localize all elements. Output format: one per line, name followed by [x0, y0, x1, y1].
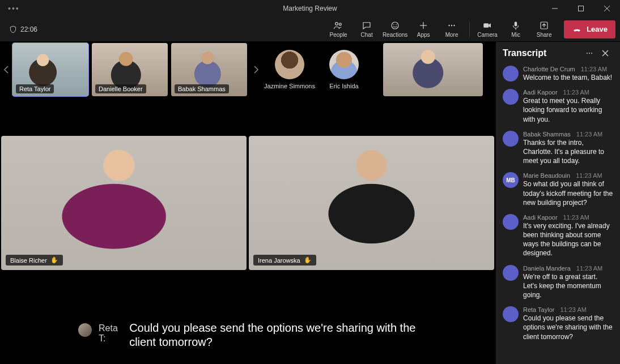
message-time: 11:23 AM — [563, 89, 589, 96]
apps-button[interactable]: Apps — [409, 17, 438, 42]
divider — [469, 22, 470, 37]
toolbar-media: Camera Mic Share — [473, 17, 558, 42]
reactions-icon — [390, 20, 400, 31]
message-time: 11:23 AM — [560, 306, 586, 313]
speaker-tile[interactable]: Irena Jarowska✋ — [249, 136, 494, 270]
message-author: Reta Taylor — [523, 306, 554, 313]
mic-button[interactable]: Mic — [502, 17, 530, 42]
participant-name: Danielle Booker — [95, 84, 146, 93]
participant-name: Eric Ishida — [319, 83, 370, 89]
raised-hand-icon: ✋ — [304, 256, 312, 264]
participant-roster: Reta Taylor Danielle Booker Babak Shamma… — [0, 42, 495, 97]
message-text: Great to meet you. Really looking forwar… — [523, 96, 613, 124]
message-time: 11:23 AM — [581, 66, 607, 72]
minimize-button[interactable] — [542, 0, 568, 17]
roster-avatar-card[interactable]: Jazmine Simmons — [264, 50, 315, 89]
transcript-message: Aadi Kapoor11:23 AMIt's very exciting. I… — [503, 214, 613, 258]
plus-icon — [418, 20, 428, 31]
avatar — [503, 214, 519, 230]
roster-card[interactable]: Reta Taylor — [12, 43, 88, 96]
message-author: Aadi Kapoor — [523, 214, 558, 221]
transcript-messages[interactable]: Charlotte De Crum11:23 AMWelcome to the … — [496, 65, 620, 364]
people-icon — [333, 20, 343, 31]
message-time: 11:23 AM — [576, 172, 602, 179]
share-button[interactable]: Share — [530, 17, 558, 42]
avatar — [275, 50, 304, 79]
leave-button[interactable]: Leave — [564, 20, 615, 38]
svg-rect-15 — [515, 22, 517, 26]
svg-point-13 — [453, 25, 455, 26]
toolbar-actions: People Chat Reactions Apps More — [324, 17, 466, 42]
share-icon — [539, 20, 549, 31]
participant-name: Jazmine Simmons — [264, 83, 315, 89]
svg-point-18 — [587, 53, 588, 54]
roster-card[interactable]: Babak Shammas — [171, 43, 247, 96]
message-text: Thanks for the intro, Charlotte. It's a … — [523, 138, 613, 166]
caption-text: Could you please send the options we're … — [129, 321, 441, 349]
close-button[interactable] — [594, 0, 620, 17]
transcript-panel: Transcript Charlotte De Crum11:23 AMWelc… — [495, 42, 620, 364]
people-button[interactable]: People — [324, 17, 353, 42]
window-menu-icon[interactable]: ••• — [8, 4, 20, 13]
message-text: We're off to a great start. Let's keep t… — [523, 272, 613, 300]
caption-speaker-name: Reta T: — [99, 323, 122, 344]
toolbar: 22:06 People Chat Reactions Apps More Ca… — [0, 17, 620, 42]
avatar — [503, 66, 519, 82]
camera-icon — [482, 20, 492, 31]
avatar: MB — [503, 172, 519, 188]
raised-hand-icon: ✋ — [50, 256, 58, 264]
roster-scroll-left[interactable] — [2, 61, 11, 78]
message-author: Babak Shammas — [523, 131, 571, 138]
camera-button[interactable]: Camera — [473, 17, 502, 42]
panel-more-button[interactable] — [581, 45, 597, 61]
message-time: 11:23 AM — [576, 265, 602, 272]
message-author: Charlotte De Crum — [523, 66, 575, 72]
avatar — [78, 323, 92, 337]
transcript-message: Daniela Mandera11:23 AMWe're off to a gr… — [503, 265, 613, 300]
message-author: Marie Beaudouin — [523, 172, 570, 179]
roster-scroll-right[interactable] — [252, 61, 261, 78]
speaker-row: Blaise Richer✋ Irena Jarowska✋ — [0, 97, 495, 270]
avatar — [503, 265, 519, 281]
message-text: So what did you all think of today's kic… — [523, 179, 613, 207]
transcript-message: MBMarie Beaudouin11:23 AMSo what did you… — [503, 172, 613, 207]
maximize-button[interactable] — [568, 0, 594, 17]
panel-title: Transcript — [503, 48, 546, 58]
svg-point-5 — [339, 23, 342, 25]
svg-point-20 — [591, 53, 592, 54]
transcript-message: Aadi Kapoor11:23 AMGreat to meet you. Re… — [503, 89, 613, 124]
timer-text: 22:06 — [20, 25, 37, 33]
speaker-tile[interactable]: Blaise Richer✋ — [1, 136, 247, 270]
svg-point-12 — [451, 25, 452, 26]
transcript-message: Babak Shammas11:23 AMThanks for the intr… — [503, 131, 613, 166]
roster-card[interactable]: Danielle Booker — [92, 43, 168, 96]
more-button[interactable]: More — [438, 17, 466, 42]
speaker-label: Blaise Richer✋ — [6, 255, 63, 265]
svg-rect-14 — [483, 23, 489, 28]
avatar — [503, 89, 519, 105]
avatar — [503, 131, 519, 147]
svg-rect-1 — [579, 6, 584, 11]
more-icon — [447, 20, 457, 31]
message-text: It's very exciting. I've already been th… — [523, 221, 613, 258]
chat-button[interactable]: Chat — [353, 17, 381, 42]
message-time: 11:23 AM — [576, 131, 602, 138]
reactions-button[interactable]: Reactions — [381, 17, 409, 42]
panel-close-button[interactable] — [597, 45, 613, 61]
live-caption: Reta T: Could you please send the option… — [78, 321, 441, 349]
message-time: 11:23 AM — [563, 214, 589, 221]
participant-name: Babak Shammas — [175, 84, 229, 93]
svg-point-4 — [336, 23, 338, 25]
chat-icon — [362, 20, 372, 31]
roster-avatar-card[interactable]: Eric Ishida — [319, 50, 370, 89]
participant-name: Reta Taylor — [16, 84, 54, 93]
svg-point-11 — [448, 25, 449, 26]
speaker-label: Irena Jarowska✋ — [253, 255, 316, 265]
svg-point-19 — [589, 53, 590, 54]
avatar — [329, 50, 359, 79]
avatar — [503, 306, 519, 322]
roster-card[interactable] — [383, 43, 483, 96]
meeting-timer: 22:06 — [9, 25, 37, 33]
message-text: Could you please send the options we're … — [523, 314, 613, 341]
message-author: Daniela Mandera — [523, 265, 571, 272]
